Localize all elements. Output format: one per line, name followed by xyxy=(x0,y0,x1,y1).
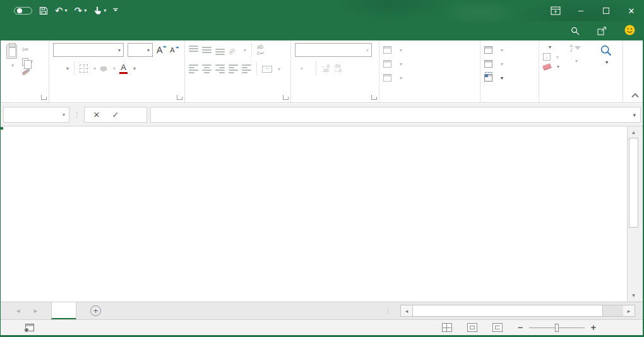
merge-center-button[interactable] xyxy=(262,66,272,73)
autosum-button[interactable]: ▾ xyxy=(543,44,559,50)
increase-font-size-button[interactable]: A xyxy=(157,45,166,55)
collapse-ribbon-button[interactable] xyxy=(631,93,638,100)
font-group: ▾ ▾ A A ▾ ▾ ▾ A▾ xyxy=(49,40,185,102)
feedback-smiley-button[interactable] xyxy=(624,25,635,37)
wrap-text-button[interactable] xyxy=(257,46,266,54)
zoom-in-button[interactable]: + xyxy=(591,322,596,333)
cut-button[interactable]: ✂ xyxy=(22,45,33,54)
sort-filter-button[interactable]: ▾ xyxy=(562,43,589,92)
font-name-select[interactable]: ▾ xyxy=(53,43,124,57)
sheet-tab-common-hello[interactable] xyxy=(51,302,76,319)
previous-sheet-arrow[interactable]: ◂ xyxy=(16,307,20,315)
search-icon xyxy=(571,27,580,35)
scroll-down-arrow[interactable]: ▾ xyxy=(628,290,640,300)
find-select-button[interactable]: ▾ xyxy=(592,43,620,92)
ribbon-display-options-button[interactable] xyxy=(543,0,568,21)
share-button[interactable] xyxy=(597,27,612,35)
increase-indent-button[interactable] xyxy=(242,64,251,73)
plus-icon: + xyxy=(90,305,101,316)
redo-button[interactable]: ↷▾ xyxy=(75,6,87,16)
next-sheet-arrow[interactable]: ▸ xyxy=(34,307,38,315)
paste-icon xyxy=(6,44,17,59)
formula-bar-handle[interactable]: ⋮ xyxy=(73,111,80,119)
autosave-toggle[interactable] xyxy=(9,7,32,15)
expand-formula-bar-icon[interactable]: ▾ xyxy=(633,112,636,118)
tell-me-box[interactable] xyxy=(571,27,585,35)
autosave-pill[interactable] xyxy=(14,7,32,15)
align-left-button[interactable] xyxy=(189,64,198,73)
fill-color-button[interactable] xyxy=(100,66,107,72)
customize-quick-access-button[interactable] xyxy=(113,8,118,13)
borders-button[interactable] xyxy=(80,64,88,73)
middle-align-button[interactable] xyxy=(202,46,212,55)
decrease-decimal-button[interactable]: .00→.0 xyxy=(333,64,342,73)
number-dialog-launcher[interactable] xyxy=(371,95,376,100)
conditional-formatting-button[interactable]: ▾ xyxy=(383,43,477,57)
editing-group: ▾ ↓▾ ▾ ▾ ▾ xyxy=(539,40,623,102)
format-as-table-button[interactable]: ▾ xyxy=(383,57,477,71)
paste-button[interactable]: ▾ xyxy=(4,43,20,78)
copy-button[interactable]: ▾ xyxy=(22,57,33,66)
cancel-entry-button[interactable]: ✕ xyxy=(87,110,106,119)
format-as-table-icon xyxy=(383,60,391,68)
fill-down-icon: ↓ xyxy=(543,53,551,61)
clear-button[interactable]: ▾ xyxy=(543,64,559,70)
scroll-right-arrow[interactable]: ▸ xyxy=(623,305,635,316)
orientation-button[interactable] xyxy=(229,46,238,54)
cell-styles-button[interactable]: ▾ xyxy=(383,71,477,85)
decrease-font-size-button[interactable]: A xyxy=(170,46,178,54)
number-format-select[interactable]: ▾ xyxy=(295,43,372,57)
save-icon xyxy=(39,6,48,15)
delete-cells-button[interactable]: ▾ xyxy=(484,57,536,71)
new-sheet-button[interactable]: + xyxy=(90,302,101,319)
alignment-group: ▾ ▾ xyxy=(185,40,291,102)
delete-cells-icon xyxy=(484,60,492,68)
styles-group: ▾ ▾ ▾ xyxy=(379,40,480,102)
font-size-select[interactable]: ▾ xyxy=(128,43,153,57)
normal-view-button[interactable] xyxy=(442,323,452,332)
page-layout-view-button[interactable] xyxy=(467,323,477,332)
zoom-slider-thumb[interactable] xyxy=(555,324,559,332)
close-button[interactable]: ✕ xyxy=(619,0,644,21)
insert-cells-button[interactable]: ▾ xyxy=(484,43,536,57)
minimize-button[interactable]: ─ xyxy=(568,0,593,21)
touch-mouse-mode-button[interactable]: ▾ xyxy=(93,6,106,15)
status-bar: − + xyxy=(0,319,644,337)
bottom-align-button[interactable] xyxy=(215,46,225,55)
zoom-slider[interactable] xyxy=(529,328,585,328)
undo-button[interactable]: ↶▾ xyxy=(55,6,68,16)
autosave-toggle-dot xyxy=(17,8,22,13)
smiley-icon xyxy=(624,25,635,35)
vertical-scroll-thumb[interactable] xyxy=(629,138,638,228)
scroll-left-arrow[interactable]: ◂ xyxy=(401,305,412,316)
zoom-out-button[interactable]: − xyxy=(518,322,523,333)
font-color-button[interactable]: A xyxy=(119,63,128,74)
save-button[interactable] xyxy=(39,6,48,15)
formula-bar: ▾ ⋮ ✕ ✓ ▾ xyxy=(0,104,644,126)
top-align-button[interactable] xyxy=(189,46,198,55)
format-painter-button[interactable] xyxy=(22,69,33,78)
fill-button[interactable]: ↓▾ xyxy=(543,53,559,61)
confirm-entry-button[interactable]: ✓ xyxy=(106,110,125,119)
clipboard-dialog-launcher[interactable] xyxy=(41,95,46,100)
alignment-dialog-launcher[interactable] xyxy=(283,95,288,100)
vertical-scrollbar[interactable]: ▴ ▾ xyxy=(627,126,640,302)
align-right-button[interactable] xyxy=(215,64,225,73)
page-break-preview-button[interactable] xyxy=(492,323,503,332)
tab-strip-handle[interactable]: ⋮ xyxy=(385,307,391,315)
maximize-button[interactable] xyxy=(593,0,619,21)
increase-decimal-button[interactable]: ←.0.00 xyxy=(321,64,330,73)
decrease-indent-button[interactable] xyxy=(229,64,238,73)
format-cells-button[interactable]: ▾ xyxy=(484,71,536,85)
horizontal-scroll-thumb[interactable] xyxy=(412,305,603,316)
formula-input[interactable]: ▾ xyxy=(150,107,641,123)
horizontal-scroll-track[interactable] xyxy=(603,305,623,316)
align-center-button[interactable] xyxy=(202,64,212,73)
macro-record-icon[interactable] xyxy=(25,324,34,331)
clipboard-group: ▾ ✂ ▾ xyxy=(0,40,49,102)
font-dialog-launcher[interactable] xyxy=(177,95,182,100)
scroll-up-arrow[interactable]: ▴ xyxy=(628,126,640,137)
horizontal-scrollbar[interactable]: ◂ ▸ xyxy=(400,305,635,317)
ribbon: ▾ ✂ ▾ ▾ ▾ A A ▾ xyxy=(0,40,644,103)
name-box[interactable]: ▾ xyxy=(3,107,69,123)
